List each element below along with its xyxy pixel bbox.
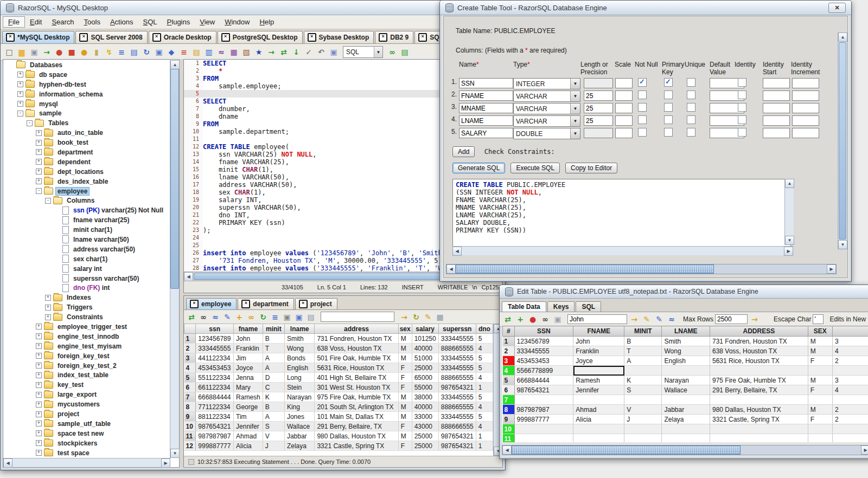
close-icon[interactable]: × bbox=[418, 33, 427, 42]
column-name-input[interactable] bbox=[459, 103, 513, 113]
tree-item-employee[interactable]: -employee bbox=[4, 186, 170, 196]
results-row-2[interactable]: 2333445555FranklinTWong638 Voss, Houston… bbox=[184, 344, 493, 353]
filter-results-icon[interactable]: ≈ bbox=[210, 312, 221, 322]
tree-item-large-export[interactable]: +large_export bbox=[4, 390, 170, 399]
edit-column-lname[interactable]: LNAME bbox=[662, 326, 710, 337]
paste-icon[interactable]: ▣ bbox=[328, 47, 339, 57]
expand-icon[interactable]: + bbox=[17, 72, 23, 77]
expand-icon[interactable]: + bbox=[36, 392, 42, 398]
expand-icon[interactable]: + bbox=[36, 353, 42, 359]
generate-sql-icon[interactable]: ◆ bbox=[166, 47, 177, 57]
length-input[interactable] bbox=[584, 128, 613, 138]
close-icon[interactable]: × bbox=[6, 33, 15, 42]
results-tab-project[interactable]: ×project bbox=[295, 298, 337, 309]
tree-item-salary-int[interactable]: salary int bbox=[4, 264, 170, 274]
scroll-left-icon[interactable]: ◀ bbox=[184, 272, 193, 281]
connect-icon[interactable]: → bbox=[41, 47, 52, 57]
scroll-left-icon[interactable]: ◀ bbox=[502, 445, 512, 455]
results-column-superssn[interactable]: superssn bbox=[438, 324, 476, 334]
tree-item-des-index-table[interactable]: +des_index_table bbox=[4, 177, 170, 186]
tree-item-project[interactable]: +project bbox=[4, 409, 170, 419]
expand-icon[interactable]: + bbox=[36, 411, 42, 417]
results-row-4[interactable]: 4453453453JoyceAEnglish5631 Rice, Housto… bbox=[184, 363, 493, 373]
tree-item-hyphen-db-test[interactable]: +hyphen-db-test bbox=[4, 80, 170, 89]
tree-item-tables[interactable]: -Tables bbox=[4, 118, 170, 128]
insert-row-icon[interactable]: + bbox=[234, 312, 245, 322]
tree-item-databases[interactable]: Databases bbox=[4, 60, 170, 70]
menu-actions[interactable]: Actions bbox=[105, 17, 138, 27]
unique-checkbox[interactable] bbox=[687, 128, 695, 137]
edit-hscroll-thumb[interactable] bbox=[512, 445, 741, 455]
list-icon[interactable]: ▤ bbox=[399, 47, 410, 57]
menu-edit[interactable]: Edit bbox=[25, 17, 47, 27]
row-number[interactable]: 2 bbox=[503, 346, 515, 356]
row-number[interactable]: 4 bbox=[503, 366, 515, 376]
save-icon[interactable]: ▣ bbox=[29, 47, 40, 57]
desktop-tab-sql-server-2008[interactable]: ×SQL Server 2008 bbox=[75, 31, 147, 43]
disconnect-icon[interactable]: ● bbox=[54, 47, 65, 57]
generate-sql-button[interactable]: Generate SQL bbox=[452, 163, 505, 173]
edit-row-4[interactable]: 45566778899 bbox=[503, 366, 868, 376]
execute-icon[interactable]: ↯ bbox=[104, 47, 114, 57]
check-syntax-icon[interactable]: ✓ bbox=[303, 47, 314, 57]
column-name-input[interactable] bbox=[459, 91, 513, 101]
edit-row-3[interactable]: 3453453453JoyceAEnglish5631 Rice, Housto… bbox=[503, 356, 868, 366]
unique-checkbox[interactable] bbox=[687, 103, 695, 112]
column-type-select[interactable]: VARCHAR▼ bbox=[513, 91, 580, 102]
primary-key-checkbox[interactable] bbox=[664, 103, 673, 112]
menu-view[interactable]: View bbox=[195, 17, 220, 27]
tree-item-ssn-pk-varchar-25-not-null[interactable]: ssn (PK) varchar(25) Not Null bbox=[4, 205, 170, 215]
chevron-down-icon[interactable]: ▼ bbox=[570, 104, 580, 114]
view-contents-icon[interactable]: ▤ bbox=[129, 47, 139, 57]
create-table-titlebar[interactable]: Create Table Tool - RazorSQL Database En… bbox=[440, 1, 851, 15]
expand-icon[interactable]: + bbox=[45, 295, 51, 301]
primary-key-checkbox[interactable] bbox=[664, 115, 673, 124]
scroll-right-icon[interactable]: ▶ bbox=[784, 247, 793, 256]
tree-item-employee-trigger-test[interactable]: +employee_trigger_test bbox=[4, 322, 170, 332]
menu-file[interactable]: File bbox=[3, 16, 25, 28]
tree-item-lname-varchar-50[interactable]: lname varchar(50) bbox=[4, 235, 170, 244]
desktop-tab-sybase-desktop[interactable]: ×Sybase Desktop bbox=[304, 31, 374, 43]
expand-icon[interactable]: + bbox=[45, 314, 51, 320]
view-icon[interactable]: ∞ bbox=[540, 314, 551, 325]
scroll-down-icon[interactable]: ▼ bbox=[170, 449, 180, 458]
add-row-icon[interactable]: + bbox=[515, 314, 526, 325]
results-row-12[interactable]: 12999887777AliciaJZelaya3321 Castle, Spr… bbox=[184, 441, 493, 451]
tree-item-engine-test-myisam[interactable]: +engine_test_myisam bbox=[4, 341, 170, 351]
results-column-address[interactable]: address bbox=[315, 324, 398, 334]
search-go-icon[interactable]: → bbox=[629, 314, 640, 325]
tree-item-mycustomers[interactable]: +mycustomers bbox=[4, 399, 170, 409]
chevron-down-icon[interactable]: ▼ bbox=[570, 128, 580, 139]
fetch-icon[interactable]: ↓ bbox=[291, 47, 302, 57]
identity-checkbox[interactable] bbox=[738, 78, 746, 87]
table-tools-icon[interactable]: ▤ bbox=[191, 47, 202, 57]
desktop-tab-mysql-desktop[interactable]: ×*MySQL Desktop bbox=[2, 31, 74, 43]
chevron-down-icon[interactable]: ▼ bbox=[570, 91, 580, 101]
edit-results-icon[interactable]: ≡ bbox=[178, 47, 189, 57]
edit-column-partial[interactable] bbox=[833, 326, 868, 337]
tree-item-triggers[interactable]: +Triggers bbox=[4, 302, 170, 312]
length-input[interactable] bbox=[584, 103, 613, 113]
expand-icon[interactable]: + bbox=[36, 169, 42, 175]
length-input[interactable] bbox=[584, 78, 613, 88]
compare-icon[interactable]: ≈ bbox=[216, 47, 227, 57]
expand-icon[interactable]: + bbox=[36, 372, 42, 378]
page-icon[interactable]: ▣ bbox=[282, 312, 292, 322]
row-number[interactable]: 5 bbox=[503, 376, 515, 385]
tree-item-address-varchar-50[interactable]: address varchar(50) bbox=[4, 244, 170, 254]
results-row-9[interactable]: 9881122334TimAJones101 Main St, Dallas T… bbox=[184, 412, 493, 422]
undo-icon[interactable]: ↶ bbox=[316, 47, 327, 57]
results-row-7[interactable]: 7666884444RameshKNarayan975 Fire Oak, Hu… bbox=[184, 392, 493, 402]
chevron-down-icon[interactable]: ▼ bbox=[374, 47, 382, 57]
tree-item-constraints[interactable]: +Constraints bbox=[4, 312, 170, 322]
tree-item-auto-inc-table[interactable]: +auto_inc_table bbox=[4, 128, 170, 138]
dialog-vertical-scrollbar[interactable]: ▲ ▼ bbox=[838, 33, 847, 249]
backup-icon[interactable]: ▧ bbox=[241, 47, 252, 57]
scale-input[interactable] bbox=[615, 78, 633, 88]
scale-input[interactable] bbox=[615, 103, 633, 113]
refresh-icon[interactable]: ↻ bbox=[141, 47, 152, 57]
column-name-input[interactable] bbox=[459, 128, 513, 138]
identity-checkbox[interactable] bbox=[738, 91, 746, 99]
results-tab-employee[interactable]: ×employee bbox=[186, 298, 237, 309]
chevron-down-icon[interactable]: ▼ bbox=[570, 116, 580, 126]
